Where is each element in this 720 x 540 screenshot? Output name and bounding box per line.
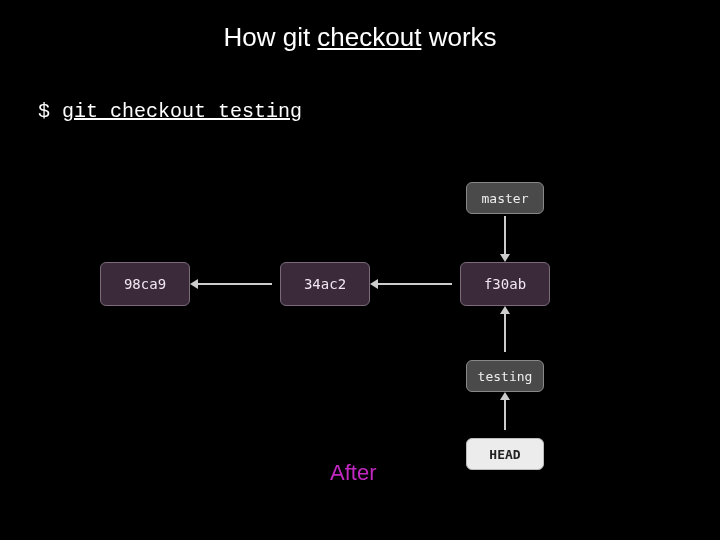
command-text: git checkout testing [62,100,302,123]
arrow-testing-to-c3 [504,314,506,352]
commit-node-3: f30ab [460,262,550,306]
title-pre: How git [223,22,317,52]
arrow-c3-to-c2 [378,283,452,285]
command-prompt: $ [38,100,50,123]
arrow-master-to-c3 [504,216,506,254]
title-post: works [421,22,496,52]
state-label-after: After [330,460,376,486]
commit-node-1: 98ca9 [100,262,190,306]
arrow-head-to-testing [504,400,506,430]
branch-testing: testing [466,360,544,392]
branch-master: master [466,182,544,214]
commit-node-2: 34ac2 [280,262,370,306]
command-line: $ git checkout testing [38,100,302,123]
slide-title: How git checkout works [0,22,720,53]
title-underlined: checkout [317,22,421,52]
arrow-c2-to-c1 [198,283,272,285]
head-pointer: HEAD [466,438,544,470]
git-diagram: 98ca9 34ac2 f30ab master testing HEAD Af… [40,150,680,510]
